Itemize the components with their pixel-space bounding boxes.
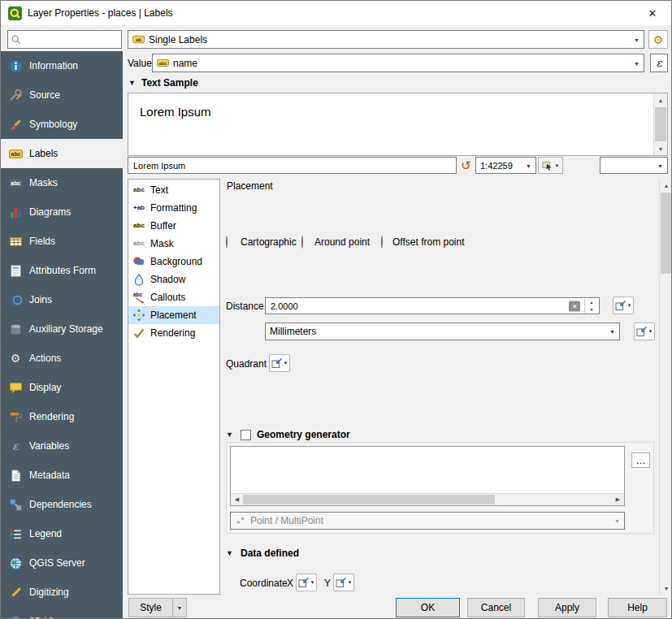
sidebar-item-3d-view[interactable]: 3D View	[1, 607, 123, 618]
reset-sample-button[interactable]: ↺	[458, 157, 474, 174]
ellipsis-label: …	[636, 455, 646, 466]
tab-mask[interactable]: abc Mask	[128, 235, 219, 253]
sidebar-item-label: QGIS Server	[29, 557, 85, 569]
apply-button[interactable]: Apply	[538, 598, 596, 617]
sidebar-item-label: Dependencies	[29, 499, 92, 510]
spin-up-icon[interactable]: ▲	[585, 299, 598, 306]
sidebar-item-qgis-server[interactable]: QGIS Server	[1, 548, 123, 578]
sidebar-item-symbology[interactable]: Symbology	[1, 110, 123, 139]
sidebar-item-joins[interactable]: Joins	[1, 285, 123, 314]
data-defined-icon	[336, 577, 347, 588]
geometry-type-value: Point / MultiPoint	[250, 515, 323, 526]
wrench-icon	[8, 88, 23, 102]
sidebar-item-rendering[interactable]: Rendering	[1, 402, 123, 431]
scroll-down-icon[interactable]: ▼	[660, 582, 672, 595]
units-override-button[interactable]: ▼	[634, 322, 655, 340]
reset-icon: ↺	[461, 158, 471, 173]
quadrant-override-button[interactable]: ▼	[269, 354, 290, 372]
chevron-down-icon: ▼	[609, 329, 615, 335]
sidebar-item-fields[interactable]: Fields	[1, 227, 123, 256]
tab-callouts[interactable]: abc Callouts	[128, 288, 219, 306]
sidebar-item-source[interactable]: Source	[1, 80, 123, 110]
paint-roller-icon	[8, 409, 23, 424]
distance-override-button[interactable]: ▼	[613, 297, 634, 314]
sample-text-input[interactable]	[132, 160, 453, 171]
cancel-button[interactable]: Cancel	[467, 598, 525, 617]
collapse-arrow-icon[interactable]: ▼	[226, 431, 233, 439]
tab-shadow[interactable]: Shadow	[128, 271, 219, 288]
sidebar-item-masks[interactable]: abc Masks	[1, 168, 123, 197]
radio-offset-from-point[interactable]	[381, 236, 383, 249]
geometry-type-combo[interactable]: Point / MultiPoint ▼	[230, 512, 625, 530]
sidebar-item-information[interactable]: Information	[1, 51, 123, 80]
text-sample-preview: Lorem Ipsum ▲ ▼	[128, 93, 668, 156]
close-button[interactable]: ✕	[640, 2, 665, 24]
label-mode-combo[interactable]: ab Single Labels ▼	[128, 30, 644, 49]
coordinate-y-override-button[interactable]: ▼	[333, 574, 354, 591]
sidebar-item-metadata[interactable]: Metadata	[1, 461, 123, 490]
sidebar-item-label: Diagrams	[29, 206, 71, 218]
scrollbar-thumb[interactable]	[243, 495, 495, 504]
map-scale-tool-button[interactable]: ▼	[538, 157, 563, 174]
sidebar-item-dependencies[interactable]: Dependencies	[1, 490, 123, 519]
sidebar-item-variables[interactable]: ε Variables	[1, 431, 123, 461]
chevron-down-icon[interactable]: ▼	[172, 599, 186, 617]
tab-formatting[interactable]: +ab Formatting	[128, 199, 219, 217]
sidebar-item-label: Labels	[29, 148, 58, 159]
scrollbar-thumb[interactable]	[661, 193, 672, 274]
sidebar-item-actions[interactable]: ⚙ Actions	[1, 344, 123, 373]
collapse-arrow-icon[interactable]: ▼	[128, 79, 136, 87]
expression-hscrollbar[interactable]: ◀ ▶	[231, 493, 624, 505]
scroll-right-icon[interactable]: ▶	[612, 494, 624, 505]
geometry-generator-checkbox[interactable]	[241, 430, 251, 440]
tab-background[interactable]: Background	[128, 253, 219, 271]
scroll-up-icon[interactable]: ▲	[660, 179, 672, 192]
distance-input[interactable]	[269, 301, 563, 312]
bar-chart-icon	[8, 205, 23, 219]
search-box[interactable]	[7, 30, 122, 49]
mask-icon: abc	[132, 240, 146, 247]
sample-scrollbar[interactable]: ▲ ▼	[653, 93, 667, 155]
radio-cartographic[interactable]	[226, 236, 228, 249]
tab-rendering[interactable]: Rendering	[128, 324, 219, 342]
sidebar-item-legend[interactable]: Legend	[1, 519, 123, 548]
scroll-left-icon[interactable]: ◀	[231, 494, 243, 505]
preview-scale-combo[interactable]: 1:42259 ▼	[475, 157, 536, 174]
scrollbar-thumb[interactable]	[655, 107, 666, 141]
chevron-down-icon: ▼	[627, 303, 632, 308]
sidebar-item-auxiliary-storage[interactable]: Auxiliary Storage	[1, 314, 123, 344]
help-button[interactable]: Help	[608, 598, 667, 617]
clear-icon[interactable]: ✕	[569, 301, 580, 311]
expression-builder-button[interactable]: ε	[650, 54, 668, 72]
style-button[interactable]: Style ▼	[128, 598, 187, 617]
geometry-expression-area[interactable]: ◀ ▶	[230, 446, 625, 506]
distance-spinner[interactable]: ▲ ▼	[584, 299, 598, 313]
tab-text[interactable]: abc Text	[128, 181, 219, 199]
automated-placement-settings-button[interactable]: ⚙	[648, 30, 668, 49]
sidebar-item-labels[interactable]: abc Labels	[1, 139, 123, 168]
preview-background-combo[interactable]: ▼	[600, 157, 668, 174]
sidebar-item-display[interactable]: Display	[1, 373, 123, 402]
radio-around-point[interactable]	[301, 236, 303, 249]
spin-down-icon[interactable]: ▼	[585, 306, 598, 314]
panel-scrollbar[interactable]: ▲ ▼	[659, 179, 672, 595]
scroll-up-icon[interactable]: ▲	[654, 93, 667, 106]
scroll-down-icon[interactable]: ▼	[654, 142, 667, 155]
collapse-arrow-icon[interactable]: ▼	[226, 549, 233, 557]
data-defined-icon	[615, 300, 626, 311]
checkmark-icon	[132, 327, 146, 340]
buffer-icon: abc	[132, 223, 146, 229]
sidebar-item-attributes-form[interactable]: Attributes Form	[1, 256, 123, 285]
sidebar-item-diagrams[interactable]: Diagrams	[1, 197, 123, 227]
tab-buffer[interactable]: abc Buffer	[128, 217, 219, 235]
tab-placement[interactable]: Placement	[128, 306, 219, 324]
data-defined-icon	[271, 357, 283, 369]
sidebar-item-digitizing[interactable]: Digitizing	[1, 578, 123, 607]
search-input[interactable]	[24, 34, 109, 45]
value-field-combo[interactable]: abc name ▼	[152, 54, 644, 72]
ok-button[interactable]: OK	[396, 598, 460, 617]
distance-units-combo[interactable]: Millimeters ▼	[265, 322, 620, 340]
expression-more-button[interactable]: …	[631, 452, 650, 468]
radio-around-point-label: Around point	[314, 236, 370, 248]
coordinate-x-override-button[interactable]: ▼	[296, 574, 317, 591]
